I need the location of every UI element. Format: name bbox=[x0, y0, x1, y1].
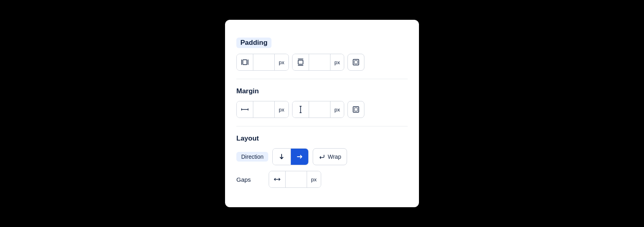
margin-title: Margin bbox=[236, 87, 408, 95]
gaps-input[interactable]: 0 bbox=[286, 171, 307, 187]
margin-horizontal-input[interactable]: 0 bbox=[253, 101, 274, 118]
padding-vertical-group: 100 px bbox=[292, 54, 345, 71]
padding-horizontal-icon bbox=[237, 54, 253, 70]
margin-vertical-input[interactable]: 0 bbox=[309, 101, 330, 118]
svg-rect-3 bbox=[298, 60, 303, 64]
margin-section: Margin 0 px bbox=[236, 79, 408, 126]
margin-inputs: 0 px 0 px bbox=[236, 101, 408, 118]
margin-horizontal-unit: px bbox=[274, 101, 288, 118]
gaps-icon bbox=[269, 171, 286, 187]
padding-vertical-unit: px bbox=[330, 54, 344, 70]
layout-section: Layout Direction bbox=[236, 126, 408, 196]
direction-row: Direction bbox=[236, 148, 408, 165]
padding-title: Padding bbox=[236, 38, 271, 48]
margin-vertical-unit: px bbox=[330, 101, 344, 118]
wrap-button[interactable]: Wrap bbox=[313, 148, 347, 165]
margin-horizontal-icon bbox=[237, 101, 253, 118]
padding-vertical-icon bbox=[293, 54, 309, 70]
margin-vertical-group: 0 px bbox=[292, 101, 345, 118]
gaps-row: Gaps 0 px bbox=[236, 171, 408, 188]
svg-rect-0 bbox=[243, 60, 247, 65]
padding-horizontal-input[interactable]: 100 bbox=[253, 54, 274, 70]
gaps-input-group: 0 px bbox=[269, 171, 321, 188]
svg-rect-6 bbox=[353, 59, 359, 65]
properties-panel: Padding 100 px bbox=[225, 20, 419, 207]
svg-rect-14 bbox=[353, 107, 359, 112]
wrap-label: Wrap bbox=[328, 153, 341, 160]
direction-button-group bbox=[272, 148, 309, 165]
layout-title: Layout bbox=[236, 135, 408, 143]
padding-vertical-input[interactable]: 100 bbox=[309, 54, 330, 70]
margin-horizontal-group: 0 px bbox=[236, 101, 289, 118]
gaps-label: Gaps bbox=[236, 176, 265, 183]
svg-rect-15 bbox=[354, 108, 358, 111]
padding-horizontal-group: 100 px bbox=[236, 54, 289, 71]
margin-vertical-icon bbox=[293, 101, 309, 118]
padding-individual-button[interactable] bbox=[347, 54, 364, 71]
svg-rect-7 bbox=[354, 61, 358, 64]
gaps-unit: px bbox=[307, 171, 321, 187]
padding-horizontal-unit: px bbox=[274, 54, 288, 70]
direction-label: Direction bbox=[236, 152, 268, 162]
padding-section: Padding 100 px bbox=[236, 29, 408, 79]
padding-inputs: 100 px 100 px bbox=[236, 54, 408, 71]
margin-individual-button[interactable] bbox=[347, 101, 364, 118]
direction-right-button[interactable] bbox=[290, 149, 308, 165]
direction-down-button[interactable] bbox=[273, 149, 290, 165]
